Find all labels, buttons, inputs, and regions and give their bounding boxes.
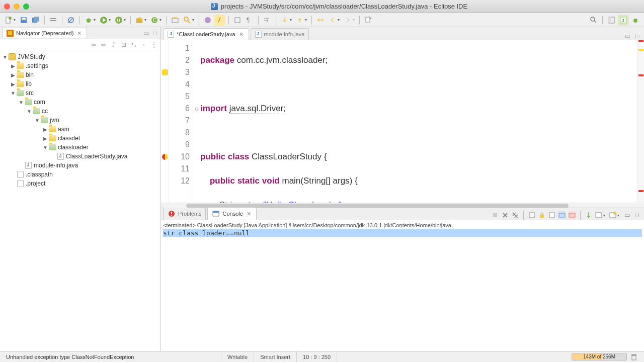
disclosure-icon[interactable]: ▶ bbox=[10, 63, 16, 69]
tree-folder-src[interactable]: ▼src bbox=[1, 88, 159, 98]
nav-forward-icon[interactable]: ⇨ bbox=[100, 41, 107, 48]
run-gc-icon[interactable] bbox=[630, 353, 638, 361]
zoom-window-button[interactable] bbox=[23, 4, 29, 10]
remove-all-terminated-button[interactable] bbox=[511, 211, 519, 219]
tree-file-classloaderstudy[interactable]: ClassLoaderStudy.java bbox=[1, 152, 159, 161]
debug-dropdown[interactable]: ▾ bbox=[94, 18, 96, 22]
new-java-package-button[interactable] bbox=[134, 15, 145, 26]
tree-file-project[interactable]: .project bbox=[1, 179, 159, 188]
tree-file-classpath[interactable]: .classpath bbox=[1, 170, 159, 179]
minimize-editor-icon[interactable]: ▭ bbox=[624, 33, 631, 40]
folding-ruler[interactable]: ⊖ bbox=[193, 40, 200, 203]
toggle-word-wrap-button[interactable] bbox=[262, 15, 273, 26]
heap-status[interactable]: 143M of 256M bbox=[566, 351, 644, 362]
word-wrap-button[interactable] bbox=[548, 211, 556, 219]
nav-back-icon[interactable]: ⇦ bbox=[90, 41, 97, 48]
forward-button[interactable] bbox=[342, 15, 353, 26]
new-button[interactable] bbox=[3, 15, 14, 26]
navigator-tab[interactable]: Navigator (Deprecated) ✕ bbox=[2, 28, 87, 38]
toggle-breadcrumb-button[interactable] bbox=[48, 15, 59, 26]
clear-console-button[interactable] bbox=[528, 211, 536, 219]
disclosure-icon[interactable]: ▼ bbox=[42, 145, 48, 150]
run-dropdown[interactable]: ▾ bbox=[109, 18, 111, 22]
console-tab[interactable]: Console ✕ bbox=[207, 207, 256, 220]
tree-folder-jvm[interactable]: ▼jvm bbox=[1, 116, 159, 125]
status-writable[interactable]: Writable bbox=[221, 351, 254, 362]
forward-dropdown[interactable]: ▾ bbox=[353, 18, 355, 22]
tree-folder-settings[interactable]: ▶.settings bbox=[1, 61, 159, 70]
code-editor[interactable]: 123456789101112 ⊖ package com.cc.jvm.cla… bbox=[161, 40, 644, 203]
marker-ruler[interactable] bbox=[161, 40, 169, 203]
open-type-button[interactable] bbox=[170, 15, 181, 26]
overview-error-indicator[interactable] bbox=[638, 40, 643, 42]
tree-folder-classloader[interactable]: ▼classloader bbox=[1, 143, 159, 152]
search-button[interactable] bbox=[182, 15, 193, 26]
close-view-icon[interactable]: ✕ bbox=[76, 30, 83, 37]
line-number-gutter[interactable]: 123456789101112 bbox=[169, 40, 193, 203]
tree-folder-bin[interactable]: ▶bin bbox=[1, 70, 159, 79]
disclosure-icon[interactable]: ▶ bbox=[42, 136, 48, 141]
new-java-class-button[interactable]: C bbox=[149, 15, 160, 26]
back-dropdown[interactable]: ▾ bbox=[338, 18, 340, 22]
disclosure-icon[interactable]: ▼ bbox=[34, 118, 40, 123]
last-edit-location-button[interactable] bbox=[315, 15, 326, 26]
pin-editor-button[interactable] bbox=[363, 15, 374, 26]
show-console-on-error-button[interactable] bbox=[568, 211, 576, 219]
toggle-mark-occurrences-button[interactable] bbox=[214, 15, 225, 26]
disclosure-icon[interactable]: ▶ bbox=[42, 127, 48, 132]
overview-ruler[interactable] bbox=[637, 40, 644, 203]
disclosure-icon[interactable]: ▼ bbox=[18, 100, 24, 105]
close-window-button[interactable] bbox=[4, 4, 10, 10]
close-tab-icon[interactable]: ✕ bbox=[238, 31, 245, 38]
collapse-all-icon[interactable]: ⊟ bbox=[120, 41, 127, 48]
view-menu-icon[interactable]: ⋮ bbox=[150, 41, 157, 48]
previous-annotation-dropdown[interactable]: ▾ bbox=[305, 18, 307, 22]
debug-perspective-button[interactable] bbox=[630, 15, 641, 26]
minimize-view-icon[interactable]: ▭ bbox=[142, 30, 149, 37]
open-task-button[interactable] bbox=[202, 15, 213, 26]
toggle-block-selection-button[interactable] bbox=[232, 15, 243, 26]
overview-error-indicator[interactable] bbox=[638, 74, 643, 76]
open-perspective-button[interactable] bbox=[606, 15, 617, 26]
nav-up-icon[interactable]: ⤴ bbox=[110, 41, 117, 48]
quick-access-search-icon[interactable] bbox=[588, 15, 599, 26]
disclosure-icon[interactable]: ▶ bbox=[10, 81, 16, 87]
disclosure-icon[interactable]: ▼ bbox=[26, 109, 32, 114]
code-area[interactable]: package com.cc.jvm.classloader; import j… bbox=[200, 40, 637, 203]
editor-tab-active[interactable]: *ClassLoaderStudy.java ✕ bbox=[163, 28, 249, 40]
search-dropdown[interactable]: ▾ bbox=[192, 18, 194, 22]
maximize-view-icon[interactable]: □ bbox=[151, 30, 158, 37]
disclosure-icon[interactable]: ▼ bbox=[2, 54, 8, 60]
terminate-button[interactable] bbox=[491, 211, 499, 219]
problems-tab[interactable]: Problems bbox=[163, 207, 206, 220]
status-insert-mode[interactable]: Smart Insert bbox=[254, 351, 297, 362]
new-dropdown[interactable]: ▾ bbox=[14, 18, 16, 22]
tree-folder-com[interactable]: ▼com bbox=[1, 98, 159, 107]
tree-folder-classdef[interactable]: ▶classdef bbox=[1, 134, 159, 143]
remove-launch-button[interactable] bbox=[501, 211, 509, 219]
warning-marker-icon[interactable] bbox=[162, 69, 168, 75]
tree-file-moduleinfo[interactable]: module-info.java bbox=[1, 161, 159, 170]
save-all-button[interactable] bbox=[30, 15, 41, 26]
project-tree[interactable]: ▼JVMStudy ▶.settings ▶bin ▶lib ▼src ▼com… bbox=[0, 50, 160, 351]
class-dropdown[interactable]: ▾ bbox=[159, 18, 162, 22]
link-editor-icon[interactable]: ⇆ bbox=[130, 41, 137, 48]
next-annotation-button[interactable] bbox=[279, 15, 290, 26]
horizontal-scrollbar[interactable] bbox=[161, 203, 644, 208]
console-output-line[interactable]: str class loader==null bbox=[163, 229, 642, 237]
console-body[interactable]: <terminated> ClassLoaderStudy [Java Appl… bbox=[161, 220, 644, 351]
focus-task-icon[interactable]: ◦ bbox=[140, 41, 147, 48]
coverage-button[interactable] bbox=[113, 15, 124, 26]
skip-breakpoints-button[interactable] bbox=[65, 15, 76, 26]
console-selector-dropdown[interactable]: ▾ bbox=[603, 213, 605, 218]
show-whitespace-button[interactable]: ¶ bbox=[244, 15, 255, 26]
next-annotation-dropdown[interactable]: ▾ bbox=[290, 18, 292, 22]
minimize-view-icon[interactable]: ▭ bbox=[623, 211, 631, 219]
status-cursor-position[interactable]: 10 : 9 : 250 bbox=[297, 351, 337, 362]
maximize-editor-icon[interactable]: □ bbox=[634, 33, 641, 40]
tree-folder-lib[interactable]: ▶lib bbox=[1, 79, 159, 88]
overview-warning-indicator[interactable] bbox=[638, 49, 643, 51]
save-button[interactable] bbox=[18, 15, 29, 26]
scroll-lock-button[interactable] bbox=[538, 211, 546, 219]
close-view-icon[interactable]: ✕ bbox=[246, 211, 252, 217]
